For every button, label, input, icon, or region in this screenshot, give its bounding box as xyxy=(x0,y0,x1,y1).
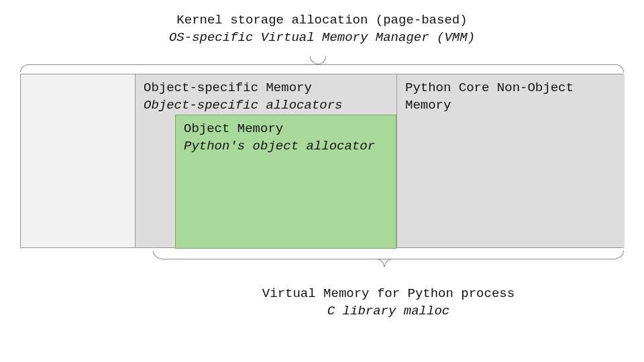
vmm-subtitle: OS-specific Virtual Memory Manager (VMM) xyxy=(0,29,644,47)
brace-top xyxy=(20,54,624,66)
unmanaged-memory-block xyxy=(21,74,135,247)
core-memory-title: Python Core Non-Object Memory xyxy=(405,80,616,114)
object-specific-title: Object-specific Memory xyxy=(144,80,388,97)
object-memory-subtitle: Python's object allocator xyxy=(184,138,388,156)
object-specific-subtitle: Object-specific allocators xyxy=(144,97,388,115)
object-memory-block: Object Memory Python's object allocator xyxy=(175,115,396,249)
bottom-label-group: Virtual Memory for Python process C libr… xyxy=(153,286,624,320)
brace-bottom xyxy=(153,259,624,271)
top-label-group: Kernel storage allocation (page-based) O… xyxy=(0,12,644,46)
virtual-memory-title: Virtual Memory for Python process xyxy=(153,286,624,303)
memory-diagram: Kernel storage allocation (page-based) O… xyxy=(0,0,644,362)
core-non-object-memory-block: Python Core Non-Object Memory xyxy=(396,74,625,247)
kernel-allocation-title: Kernel storage allocation (page-based) xyxy=(0,12,644,29)
object-memory-title: Object Memory xyxy=(184,121,388,138)
memory-layout-container: Object-specific Memory Object-specific a… xyxy=(20,74,624,248)
malloc-subtitle: C library malloc xyxy=(153,303,624,320)
